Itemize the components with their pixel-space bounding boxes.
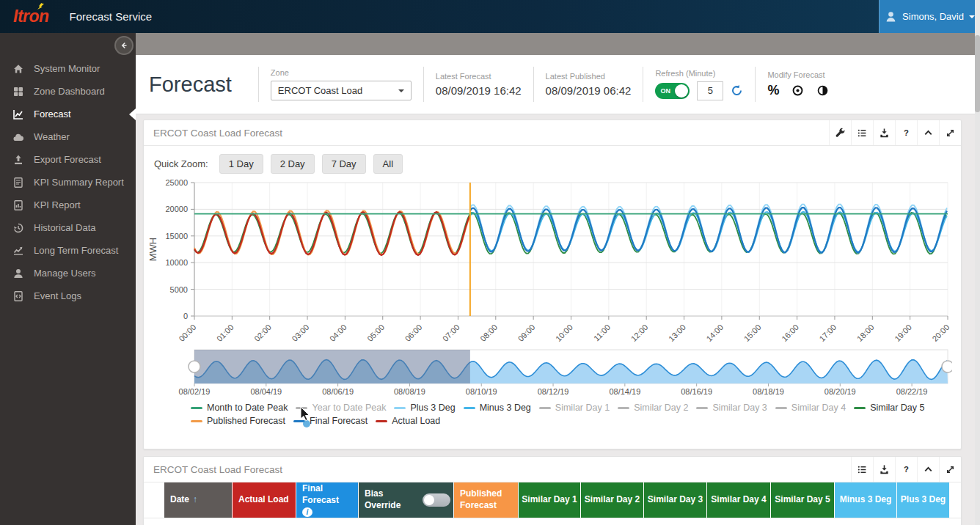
navigator-handle-right[interactable] bbox=[942, 361, 952, 372]
column-label: Similar Day 4 bbox=[711, 494, 766, 506]
quick-zoom-2-day-button[interactable]: 2 Day bbox=[271, 154, 315, 174]
x-tick-label: 13:00 bbox=[667, 323, 687, 343]
column-label: Bias Override bbox=[365, 488, 419, 511]
refresh-toggle[interactable]: ON bbox=[655, 83, 690, 99]
expand-button[interactable] bbox=[939, 457, 961, 482]
sidebar-item-manage-users[interactable]: Manage Users bbox=[0, 262, 136, 284]
legend-item-final-forecast[interactable]: Final Forecast bbox=[293, 415, 368, 427]
quick-zoom-all-button[interactable]: All bbox=[373, 154, 403, 174]
quick-zoom-1-day-button[interactable]: 1 Day bbox=[219, 154, 263, 174]
column-header-minus-3-deg[interactable]: Minus 3 Deg bbox=[835, 482, 897, 518]
refresh-interval-input[interactable] bbox=[697, 81, 723, 100]
expand-button[interactable] bbox=[939, 120, 961, 145]
column-label: Published Forecast bbox=[460, 488, 515, 511]
contrast-icon[interactable] bbox=[816, 84, 829, 97]
x-tick-label: 19:00 bbox=[893, 323, 913, 343]
sidebar-item-weather[interactable]: Weather bbox=[0, 125, 136, 148]
help-button[interactable]: ? bbox=[895, 457, 917, 482]
column-header-published-forecast[interactable]: Published Forecast bbox=[454, 482, 519, 518]
nav-date-label: 08/18/19 bbox=[753, 387, 784, 396]
column-label: Actual Load bbox=[238, 494, 289, 506]
sidebar-item-kpi-report[interactable]: KPI Report bbox=[0, 194, 136, 216]
table-row[interactable]: 8/2/2019 bbox=[144, 518, 961, 525]
sort-up-icon[interactable]: ↑ bbox=[193, 494, 197, 506]
x-tick-label: 18:00 bbox=[855, 323, 876, 343]
sidebar-item-historical-data[interactable]: Historical Data bbox=[0, 216, 136, 239]
help-button[interactable]: ? bbox=[895, 120, 917, 145]
sidebar-item-export-forecast[interactable]: Export Forecast bbox=[0, 148, 136, 171]
column-header-similar-day-4[interactable]: Similar Day 4 bbox=[707, 482, 771, 518]
sidebar-item-event-logs[interactable]: Event Logs bbox=[0, 284, 136, 307]
collapse-button[interactable] bbox=[917, 120, 939, 145]
wrench-button[interactable] bbox=[829, 120, 851, 145]
legend-item-month-to-date-peak[interactable]: Month to Date Peak bbox=[191, 402, 288, 414]
quick-zoom-7-day-button[interactable]: 7 Day bbox=[322, 154, 366, 174]
legend-label: Similar Day 1 bbox=[555, 402, 610, 414]
legend-swatch bbox=[394, 407, 406, 409]
column-label: Minus 3 Deg bbox=[840, 494, 892, 506]
sidebar-item-kpi-summary-report[interactable]: KPI Summary Report bbox=[0, 171, 136, 194]
legend-item-plus-3-deg[interactable]: Plus 3 Deg bbox=[394, 402, 455, 414]
legend-item-published-forecast[interactable]: Published Forecast bbox=[191, 415, 285, 427]
nav-date-label: 08/08/19 bbox=[394, 387, 425, 396]
column-header-actual-load[interactable]: Actual Load bbox=[233, 482, 296, 518]
collapse-button[interactable] bbox=[917, 457, 939, 482]
arrow-left-icon bbox=[119, 40, 129, 51]
bias-override-toggle[interactable] bbox=[423, 493, 450, 507]
page-scrollbar-thumb[interactable] bbox=[975, 35, 980, 112]
legend-item-minus-3-deg[interactable]: Minus 3 Deg bbox=[464, 402, 531, 414]
target-icon[interactable] bbox=[791, 84, 804, 97]
list-button[interactable] bbox=[851, 120, 873, 145]
refresh-icon[interactable] bbox=[731, 84, 743, 97]
legend-item-similar-day-4[interactable]: Similar Day 4 bbox=[775, 402, 846, 414]
x-tick-label: 08:00 bbox=[478, 323, 499, 343]
legend-label: Similar Day 5 bbox=[870, 402, 924, 414]
sidebar-item-system-monitor[interactable]: System Monitor bbox=[0, 57, 136, 80]
sidebar-item-long-term-forecast[interactable]: Long Term Forecast bbox=[0, 239, 136, 262]
user-menu[interactable]: Simons, David bbox=[879, 0, 980, 33]
legend-swatch bbox=[191, 420, 202, 422]
legend-item-similar-day-1[interactable]: Similar Day 1 bbox=[539, 402, 610, 414]
legend-item-similar-day-3[interactable]: Similar Day 3 bbox=[696, 402, 767, 414]
list-button[interactable] bbox=[851, 457, 873, 482]
legend-item-actual-load[interactable]: Actual Load bbox=[376, 415, 440, 427]
series-plus-3-deg[interactable] bbox=[470, 205, 947, 253]
legend-item-similar-day-5[interactable]: Similar Day 5 bbox=[854, 402, 924, 414]
page-scrollbar[interactable] bbox=[975, 0, 980, 525]
navigator-handle-left[interactable] bbox=[189, 361, 200, 372]
download-button[interactable] bbox=[873, 457, 895, 482]
column-header-similar-day-2[interactable]: Similar Day 2 bbox=[581, 482, 644, 518]
table-panel-toolbar: ? bbox=[851, 457, 961, 482]
y-axis-title: MWH bbox=[147, 238, 158, 262]
column-header-similar-day-3[interactable]: Similar Day 3 bbox=[644, 482, 707, 518]
sidebar-item-zone-dashboard[interactable]: Zone Dashboard bbox=[0, 80, 136, 103]
legend-label: Actual Load bbox=[392, 415, 440, 427]
table-panel-title: ERCOT Coast Load Forecast bbox=[153, 464, 851, 475]
sidebar: System MonitorZone DashboardForecastWeat… bbox=[0, 33, 136, 525]
sidebar-item-forecast[interactable]: Forecast bbox=[0, 103, 136, 125]
x-tick-label: 07:00 bbox=[441, 323, 461, 343]
sidebar-item-label: KPI Summary Report bbox=[34, 177, 124, 188]
column-header-final-forecast[interactable]: Final Forecasti bbox=[296, 482, 359, 518]
x-tick-label: 16:00 bbox=[780, 323, 800, 343]
legend-item-year-to-date-peak[interactable]: Year to Date Peak bbox=[296, 402, 386, 414]
x-tick-label: 05:00 bbox=[365, 323, 386, 343]
legend-swatch bbox=[775, 407, 787, 409]
column-header-date[interactable]: Date↑ bbox=[164, 482, 233, 518]
nav-date-label: 08/04/19 bbox=[250, 387, 282, 396]
column-header-bias-override[interactable]: Bias Override bbox=[359, 482, 454, 518]
navigator-mask[interactable] bbox=[194, 350, 470, 383]
x-tick-label: 01:00 bbox=[215, 323, 235, 343]
sidebar-collapse-button[interactable] bbox=[114, 36, 134, 55]
zone-select[interactable]: ERCOT Coast Load bbox=[271, 81, 412, 100]
forecast-chart[interactable]: 0500010000150002000025000MWH00:0001:0002… bbox=[145, 175, 952, 400]
nav-date-label: 08/12/19 bbox=[538, 387, 569, 396]
legend-item-similar-day-2[interactable]: Similar Day 2 bbox=[618, 402, 688, 414]
info-icon[interactable]: i bbox=[302, 507, 312, 517]
download-button[interactable] bbox=[873, 120, 895, 145]
column-header-plus-3-deg[interactable]: Plus 3 Deg bbox=[897, 482, 950, 518]
percent-icon[interactable]: % bbox=[767, 83, 779, 98]
column-header-similar-day-1[interactable]: Similar Day 1 bbox=[519, 482, 581, 518]
column-header-similar-day-5[interactable]: Similar Day 5 bbox=[771, 482, 835, 518]
sidebar-item-label: Weather bbox=[34, 131, 70, 142]
